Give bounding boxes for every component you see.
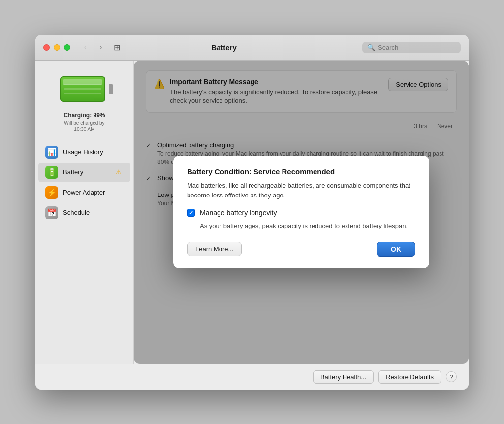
checkbox-check-icon: ✓ — [189, 210, 193, 216]
close-button[interactable] — [43, 44, 50, 51]
sidebar-item-usage-history[interactable]: 📊 Usage History — [38, 142, 130, 162]
search-icon: 🔍 — [367, 44, 375, 51]
warning-badge-icon: ⚠ — [116, 168, 124, 176]
battery-line — [64, 88, 101, 90]
minimize-button[interactable] — [54, 44, 60, 51]
modal-buttons: Learn More... OK — [187, 242, 415, 257]
sidebar-item-battery[interactable]: 🔋 Battery ⚠ — [38, 163, 130, 182]
modal-dialog: Battery Condition: Service Recommended M… — [173, 156, 429, 268]
search-input[interactable] — [378, 44, 452, 51]
modal-checkbox-row[interactable]: ✓ Manage battery longevity — [187, 209, 415, 217]
title-bar: ‹ › ⊞ Battery 🔍 — [35, 35, 469, 61]
sidebar-nav: 📊 Usage History 🔋 Battery ⚠ ⚡ Power Adap… — [35, 142, 133, 223]
battery-lines — [61, 77, 104, 101]
modal-checkbox-desc: As your battery ages, peak capacity is r… — [187, 222, 415, 230]
modal-body: Mac batteries, like all rechargeable bat… — [187, 181, 415, 200]
modal-title: Battery Condition: Service Recommended — [187, 167, 415, 176]
battery-line — [64, 84, 101, 85]
learn-more-button[interactable]: Learn More... — [187, 242, 242, 256]
main-window: ‹ › ⊞ Battery 🔍 — [35, 35, 469, 390]
sidebar: Charging: 99% Will be charged by10:30 AM… — [35, 61, 134, 364]
restore-defaults-button[interactable]: Restore Defaults — [378, 370, 441, 384]
bottom-bar: Battery Health... Restore Defaults ? — [35, 364, 469, 390]
sidebar-label: Battery — [63, 168, 83, 176]
usage-history-icon: 📊 — [45, 146, 58, 159]
maximize-button[interactable] — [64, 44, 70, 51]
modal-checkbox[interactable]: ✓ — [187, 209, 195, 217]
charging-sub: Will be charged by10:30 AM — [35, 120, 133, 138]
sidebar-label: Schedule — [63, 209, 90, 216]
battery-health-button[interactable]: Battery Health... — [313, 370, 374, 384]
power-adapter-icon: ⚡ — [45, 186, 58, 199]
sidebar-item-schedule[interactable]: 📅 Schedule — [38, 203, 130, 223]
window-body: Charging: 99% Will be charged by10:30 AM… — [35, 61, 469, 364]
battery-icon-area — [35, 66, 133, 110]
modal-overlay: Battery Condition: Service Recommended M… — [134, 61, 469, 364]
sidebar-label: Power Adapter — [63, 189, 105, 196]
page-title: Battery — [86, 43, 362, 52]
battery-line — [64, 93, 101, 94]
help-button[interactable]: ? — [446, 371, 457, 382]
battery-cap — [109, 84, 113, 94]
traffic-lights — [43, 44, 70, 51]
modal-checkbox-label: Manage battery longevity — [200, 209, 277, 217]
battery-icon: 🔋 — [45, 166, 58, 179]
battery-body — [60, 76, 105, 102]
schedule-icon: 📅 — [45, 206, 58, 219]
ok-button[interactable]: OK — [377, 242, 415, 257]
search-bar[interactable]: 🔍 — [362, 42, 461, 53]
main-content: ⚠️ Important Battery Message The battery… — [134, 61, 469, 364]
sidebar-label: Usage History — [63, 148, 103, 156]
sidebar-item-power-adapter[interactable]: ⚡ Power Adapter — [38, 183, 130, 202]
charging-status: Charging: 99% — [35, 110, 133, 120]
battery-visual — [60, 76, 109, 102]
